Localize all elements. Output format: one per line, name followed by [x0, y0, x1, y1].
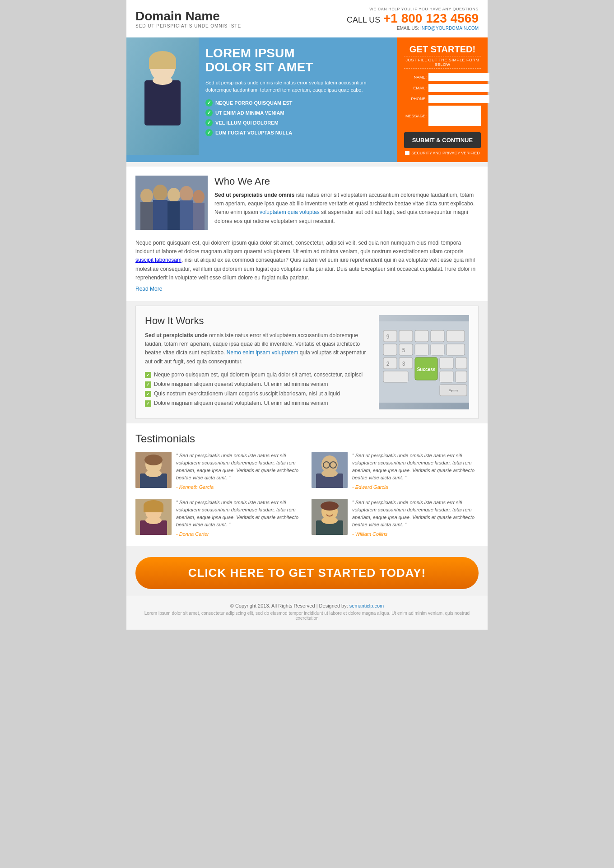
svg-text:9: 9 [386, 334, 390, 340]
svg-rect-28 [447, 344, 465, 355]
form-subtitle: JUST FILL OUT THE SIMPLE FORM BELOW [404, 56, 481, 69]
header-contact: WE CAN HELP YOU, IF YOU HAVE ANY QUESTIO… [347, 7, 479, 31]
svg-rect-37 [456, 371, 467, 382]
check-icon [205, 99, 213, 107]
email-field-row: EMAIL: [404, 84, 481, 92]
svg-rect-19 [383, 330, 397, 342]
checklist-item: UT ENIM AD MINIMA VENIAM [205, 109, 391, 116]
svg-rect-13 [167, 201, 180, 230]
footer-designer-link[interactable]: semanticlp.com [349, 603, 384, 608]
person-silhouette [126, 37, 199, 155]
svg-rect-17 [193, 203, 205, 230]
testimonial-text-2: " Sed ut perspiciatis unde omnis iste na… [352, 452, 479, 490]
call-label: CALL US [347, 15, 380, 24]
how-it-works-section: How It Works Sed ut perspiciatis unde om… [135, 306, 479, 419]
svg-rect-6 [149, 60, 176, 69]
help-text: WE CAN HELP YOU, IF YOU HAVE ANY QUESTIO… [347, 7, 479, 11]
phone-number: CALL US +1 800 123 4569 [347, 11, 479, 26]
svg-point-66 [321, 501, 339, 511]
svg-rect-9 [140, 202, 153, 230]
who-link1[interactable]: voluptatem quia voluptas [260, 209, 320, 215]
svg-point-10 [153, 185, 167, 201]
read-more-link[interactable]: Read More [135, 286, 479, 292]
who-we-are-section: Who We Are Sed ut perspiciatis unde omni… [126, 167, 488, 301]
how-paragraph: Sed ut perspiciatis unde omnis iste natu… [145, 331, 370, 366]
cta-button[interactable]: CLICK HERE TO GET STARTED TODAY! [135, 557, 479, 589]
svg-point-14 [180, 186, 193, 201]
testimonial-text-4: " Sed ut perspiciatis unde omnis iste na… [352, 499, 479, 537]
who-paragraph1: Sed ut perspiciatis unde omnis iste natu… [214, 191, 479, 226]
who-paragraph2: Neque porro quisquam est, qui dolorem ip… [135, 239, 479, 282]
svg-rect-29 [383, 357, 397, 369]
svg-rect-33 [440, 357, 453, 369]
domain-name: Domain Name [135, 9, 241, 23]
who-heading: Who We Are [214, 176, 479, 187]
testimonial-item-3: " Sed ut perspiciatis unde omnis iste na… [135, 499, 302, 537]
how-check-icon [145, 372, 151, 378]
who-link2[interactable]: suscipit laboriosam [135, 257, 181, 263]
phone-input[interactable] [428, 95, 489, 103]
hero-section: LOREM IPSUM DOLOR SIT AMET Sed ut perspi… [126, 37, 488, 162]
how-checklist: Neque porro quisquam est, qui dolorem ip… [145, 371, 370, 407]
svg-rect-30 [399, 357, 413, 369]
logo: Domain Name SED UT PERSPICIATIS UNDE OMN… [135, 9, 241, 28]
avatar-1 [135, 452, 172, 488]
svg-rect-61 [144, 506, 163, 512]
message-label: MESSAGE: [404, 114, 427, 118]
how-checklist-item: Dolore magnam aliquam quaerat voluptatem… [145, 400, 370, 407]
phone-digits: +1 800 123 4569 [383, 11, 479, 25]
svg-text:3: 3 [402, 361, 405, 367]
testimonial-text-3: " Sed ut perspiciatis unde omnis iste na… [176, 499, 302, 537]
avatar-svg-4 [312, 499, 348, 535]
svg-point-16 [193, 190, 205, 204]
check-icon [205, 109, 213, 116]
who-image [135, 176, 208, 230]
svg-rect-25 [399, 344, 413, 355]
svg-rect-3 [144, 80, 181, 125]
svg-point-47 [145, 470, 162, 477]
how-bold: Sed ut perspiciatis unde [145, 332, 208, 339]
tagline: SED UT PERSPICIATIS UNDE OMNIS ISTE [135, 23, 241, 28]
email-link[interactable]: info@yourdomain.com [420, 26, 479, 31]
svg-rect-35 [383, 371, 408, 382]
check-icon [205, 129, 213, 136]
how-checklist-item: Quis nostrum exercitationem ullam corpor… [145, 390, 370, 397]
security-note: SECURITY AND PRIVACY VERIFIED [404, 151, 481, 155]
avatar-4 [312, 499, 348, 535]
hero-heading: LOREM IPSUM DOLOR SIT AMET [205, 46, 391, 74]
checklist-item: VEL ILLUM QUI DOLOREM [205, 119, 391, 126]
how-checklist-item: Neque porro quisquam est, qui dolorem ip… [145, 371, 370, 378]
testimonial-item-1: " Sed ut perspiciatis unde omnis iste na… [135, 452, 302, 490]
svg-point-8 [140, 189, 153, 203]
avatar-svg-3 [135, 499, 172, 535]
avatar-3 [135, 499, 172, 535]
svg-point-59 [145, 517, 162, 524]
testimonial-quote-4: " Sed ut perspiciatis unde omnis iste na… [352, 499, 479, 529]
svg-point-12 [167, 188, 180, 202]
hero-content: LOREM IPSUM DOLOR SIT AMET Sed ut perspi… [199, 37, 397, 162]
how-check-icon [145, 391, 151, 397]
avatar-svg-2 [312, 452, 348, 488]
checklist-item: EUM FUGIAT VOLUPTAS NULLA [205, 129, 391, 136]
submit-button[interactable]: SUBMIT & CONTINUE [404, 132, 481, 148]
email-line: EMAIL US: info@yourdomain.com [347, 26, 479, 31]
svg-rect-34 [456, 357, 467, 369]
name-field-row: NAME: [404, 73, 481, 81]
testimonial-item-4: " Sed ut perspiciatis unde omnis iste na… [312, 499, 479, 537]
footer-copyright: © Copyright 2013. All Rights Reserved | … [135, 603, 479, 608]
cta-section: CLICK HERE TO GET STARTED TODAY! [126, 550, 488, 596]
check-icon [205, 119, 213, 126]
testimonial-author-2: - Edward Garcia [352, 484, 479, 490]
svg-rect-20 [399, 330, 413, 342]
testimonial-quote-1: " Sed ut perspiciatis unde omnis iste na… [176, 452, 302, 482]
email-input[interactable] [428, 84, 489, 92]
how-link[interactable]: Nemo enim ipsam voluptatem [227, 349, 298, 356]
name-label: NAME: [404, 75, 427, 79]
hero-form-panel: GET STARTED! JUST FILL OUT THE SIMPLE FO… [397, 37, 488, 162]
name-input[interactable] [428, 73, 489, 81]
person-svg [126, 37, 199, 155]
svg-rect-36 [440, 371, 453, 382]
message-input[interactable] [428, 106, 481, 126]
svg-text:Enter: Enter [448, 389, 458, 393]
testimonial-quote-3: " Sed ut perspiciatis unde omnis iste na… [176, 499, 302, 529]
